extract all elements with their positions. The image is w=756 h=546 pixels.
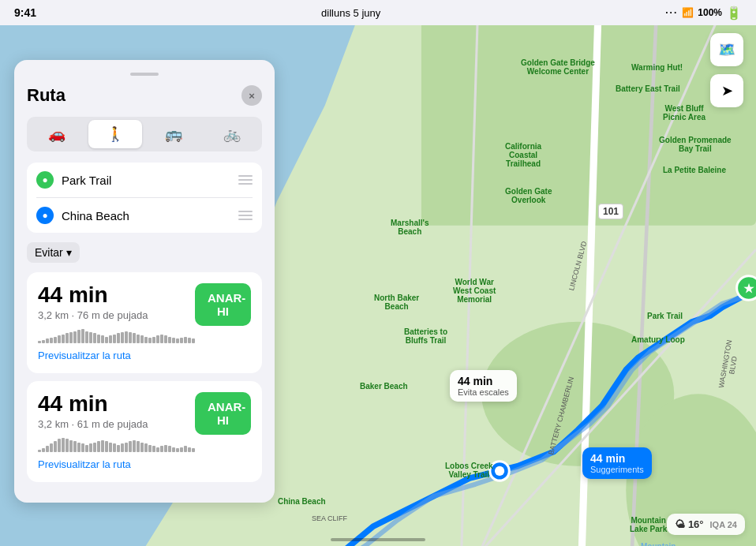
mid-route-sub: Evita escales <box>458 387 509 397</box>
end-route-sub: Suggeriments <box>590 465 644 474</box>
location-button[interactable]: ➤ <box>710 74 743 107</box>
map-layers-button[interactable]: 🗺️ <box>710 33 743 66</box>
drag-indicator <box>130 73 159 76</box>
dest-icon: ● <box>36 207 54 224</box>
dest-label: China Beach <box>62 209 230 223</box>
mid-route-callout[interactable]: 44 min Evita escales <box>450 370 517 402</box>
route-info-2: 44 min 3,2 km · 61 m de pujada ANAR-HI <box>38 392 251 452</box>
weather-badge: 🌤 16° IQA 24 <box>667 514 745 535</box>
waypoint-origin: ● Park Trail <box>36 163 253 198</box>
transport-walk-button[interactable]: 🚶 <box>88 120 142 148</box>
avoid-button[interactable]: Evitar ▾ <box>27 242 80 263</box>
end-route-callout[interactable]: 44 min Suggeriments <box>582 447 652 479</box>
route-card-1: 44 min 3,2 km · 76 m de pujada ANAR-HI P… <box>27 272 262 373</box>
waypoints-container: ● Park Trail ● China Beach <box>27 163 262 233</box>
elevation-bar-1 <box>38 327 195 343</box>
transport-transit-button[interactable]: 🚌 <box>147 120 200 148</box>
route-details-2: 44 min 3,2 km · 61 m de pujada <box>38 392 195 452</box>
transport-car-button[interactable]: 🚗 <box>30 120 84 148</box>
status-right: ··· 📶 100% 🔋 <box>665 6 742 21</box>
route-time-2: 44 min <box>38 392 195 417</box>
status-date: dilluns 5 juny <box>321 7 380 19</box>
preview-link-2[interactable]: Previsualitzar la ruta <box>38 458 131 470</box>
wifi-icon: 📶 <box>682 7 694 18</box>
route-info-1: 44 min 3,2 km · 76 m de pujada ANAR-HI <box>38 283 251 343</box>
panel-header: Ruta × <box>27 85 262 106</box>
panel-title: Ruta <box>27 85 65 106</box>
avoid-chevron: ▾ <box>66 246 72 259</box>
map-controls: 🗺️ ➤ <box>710 33 743 107</box>
go-button-2[interactable]: ANAR-HI <box>195 392 251 435</box>
status-time: 9:41 <box>14 6 36 19</box>
home-indicator <box>331 538 425 541</box>
route-panel: Ruta × 🚗 🚶 🚌 🚲 ● Park Trail ● <box>14 60 275 503</box>
go-button-1[interactable]: ANAR-HI <box>195 283 251 326</box>
status-bar: 9:41 dilluns 5 juny ··· 📶 100% 🔋 <box>0 0 756 25</box>
origin-drag-handle[interactable] <box>238 175 253 185</box>
weather-aqi: IQA 24 <box>710 520 737 529</box>
route-meta-1: 3,2 km · 76 m de pujada <box>38 309 195 321</box>
origin-icon: ● <box>36 171 54 189</box>
mid-route-time: 44 min <box>458 375 509 387</box>
end-route-time: 44 min <box>590 452 644 465</box>
battery-icon: 🔋 <box>726 6 742 21</box>
svg-point-16 <box>495 466 504 476</box>
transport-modes: 🚗 🚶 🚌 🚲 <box>27 117 262 151</box>
route-meta-2: 3,2 km · 61 m de pujada <box>38 418 195 430</box>
preview-link-1[interactable]: Previsualitzar la ruta <box>38 350 131 361</box>
map-area[interactable]: ★ Golden Gate BridgeWelcome Center Warmi… <box>0 25 756 546</box>
transport-bike-button[interactable]: 🚲 <box>205 120 259 148</box>
route-time-1: 44 min <box>38 283 195 308</box>
weather-icon: 🌤 <box>675 518 685 530</box>
route-card-2: 44 min 3,2 km · 61 m de pujada ANAR-HI P… <box>27 381 262 482</box>
route-details-1: 44 min 3,2 km · 76 m de pujada <box>38 283 195 343</box>
dest-drag-handle[interactable] <box>238 211 253 220</box>
origin-label: Park Trail <box>62 174 230 187</box>
weather-temp: 16° <box>688 518 704 530</box>
svg-text:★: ★ <box>743 282 754 295</box>
status-dots: ··· <box>665 7 678 18</box>
battery-label: 100% <box>698 7 722 18</box>
close-panel-button[interactable]: × <box>241 85 262 106</box>
elevation-bar-2 <box>38 436 195 452</box>
waypoint-dest: ● China Beach <box>36 198 253 233</box>
avoid-label: Evitar <box>35 246 63 259</box>
